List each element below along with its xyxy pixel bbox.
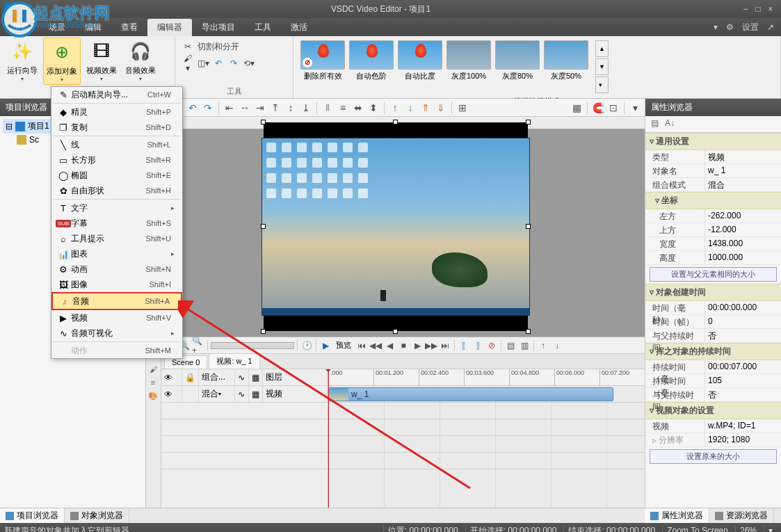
group-icon[interactable]: ⊞ xyxy=(456,101,469,115)
prop-duration-frame[interactable]: 持续时间（毫105 xyxy=(645,374,781,388)
stage[interactable] xyxy=(264,122,528,331)
same-height-icon[interactable]: ⬍ xyxy=(367,101,380,115)
styles-scroll-up-icon[interactable]: ▲ xyxy=(595,40,609,57)
video-effects-button[interactable]: 🎞 视频效果 ▾ xyxy=(83,38,120,83)
align-center-h-icon[interactable]: ↔ xyxy=(238,101,252,115)
tl-step-fwd-icon[interactable]: ▶ xyxy=(411,339,424,352)
video-preview[interactable] xyxy=(261,138,530,316)
align-bottom-icon[interactable]: ⤓ xyxy=(299,101,313,115)
prop-section-coords[interactable]: ▿ 坐标 xyxy=(645,192,781,209)
tab-properties[interactable]: 属性浏览器 xyxy=(645,508,709,523)
add-object-button[interactable]: ⊕ 添加对象 ▾ xyxy=(43,38,81,85)
prop-object-name[interactable]: 对象名w_ 1 xyxy=(645,164,781,178)
move-up-icon[interactable]: ⇑ xyxy=(419,101,433,115)
tl-track-1-header[interactable]: 👁 混合 ▾ ∿ ▦ 视频 xyxy=(161,386,328,403)
handle-bl[interactable] xyxy=(261,329,266,334)
align-top-icon[interactable]: ⤒ xyxy=(268,101,282,115)
dd-item-12[interactable]: 🖼图像Shift+I xyxy=(51,277,182,292)
dd-item-4[interactable]: ▭长方形Shift+R xyxy=(51,152,182,168)
tl-stop-icon[interactable]: ■ xyxy=(397,339,410,352)
prop-width[interactable]: 宽度1438.000 xyxy=(645,237,781,251)
tl-track-empty-2[interactable] xyxy=(161,419,328,436)
handle-br[interactable] xyxy=(526,329,531,334)
cut-split-button[interactable]: ✂切割和分开 xyxy=(182,39,286,54)
prop-section-duration[interactable]: ▿ 挥之对象的持续时间 xyxy=(645,343,781,360)
eye-toggle-icon[interactable]: 👁 xyxy=(164,389,172,399)
magnet-icon[interactable]: 🧲 xyxy=(591,101,605,115)
dd-item-0[interactable]: ✎启动精灵向导...Ctrl+W xyxy=(51,87,182,102)
align-right-icon[interactable]: ⇥ xyxy=(253,101,267,115)
tl-zoom-slider[interactable] xyxy=(211,342,294,349)
prop-height[interactable]: 高度1000.000 xyxy=(645,251,781,265)
tl-clock-icon[interactable]: 🕐 xyxy=(300,339,313,352)
brush-icon[interactable]: 🖌▾ xyxy=(182,54,193,73)
canvas[interactable] xyxy=(146,117,645,337)
tab-project[interactable]: 项目 xyxy=(3,19,39,36)
tl-track-empty-4[interactable] xyxy=(161,453,328,469)
prop-section-general[interactable]: ▿ 通用设置 xyxy=(645,133,781,150)
video-track-icon[interactable]: ▦ xyxy=(252,389,259,399)
undo-icon[interactable]: ↶ xyxy=(186,101,200,115)
prop-blend-mode[interactable]: 组合模式混合 xyxy=(645,178,781,192)
move-down-icon[interactable]: ⇓ xyxy=(434,101,448,115)
prop-parent-duration[interactable]: 与父持续时间否 xyxy=(645,329,781,343)
dd-item-11[interactable]: ⚙动画Shift+N xyxy=(51,261,182,277)
tl-track-1[interactable]: w_ 1 xyxy=(328,386,645,403)
tl-layer-up-icon[interactable]: ▤ xyxy=(504,339,517,352)
tl-track-empty-3[interactable] xyxy=(161,436,328,453)
tl-zoom-in-icon[interactable]: 🔍+ xyxy=(192,339,204,352)
dd-item-5[interactable]: ◯椭圆Shift+E xyxy=(51,168,182,183)
dd-item-15[interactable]: ∿音频可视化▸ xyxy=(51,325,182,341)
tl-last-icon[interactable]: ⏭ xyxy=(439,339,451,352)
timeline-tracks[interactable]: .000 00:01.200 00:02.400 00:03.600 00:04… xyxy=(328,369,645,508)
redo-icon[interactable]: ↷ xyxy=(201,101,215,115)
lock-icon[interactable]: 🔒 xyxy=(185,373,195,382)
rotate-angle-icon[interactable]: ⟲▾ xyxy=(243,58,255,68)
dd-item-9[interactable]: ⌕工具提示Shift+U xyxy=(51,231,182,246)
tab-scene[interactable]: 场景 xyxy=(39,19,75,36)
style-auto-levels[interactable]: 自动色阶 xyxy=(349,40,394,81)
styles-scroll-down-icon[interactable]: ▼ xyxy=(595,58,609,75)
tl-layer-down-icon[interactable]: ▥ xyxy=(518,339,531,352)
dd-item-13[interactable]: ♪音频Shift+A xyxy=(53,293,181,309)
settings-gear-icon[interactable]: ⚙ xyxy=(722,22,738,32)
dd-item-1[interactable]: ◆精灵Shift+P xyxy=(51,104,182,120)
dd-item-14[interactable]: ▶视频Shift+V xyxy=(51,310,182,325)
crop-icon[interactable]: ◫▾ xyxy=(198,58,209,68)
status-zoom-dropdown-icon[interactable]: ▾ xyxy=(764,526,777,532)
help-dropdown-icon[interactable]: ▾ xyxy=(709,22,722,32)
grid-icon[interactable]: ▦ xyxy=(570,101,583,115)
tl-tool-palette-icon[interactable]: 🎨 xyxy=(147,392,159,403)
dd-item-10[interactable]: 📊图表▸ xyxy=(51,246,182,261)
styles-expand-icon[interactable]: ▾ xyxy=(595,76,609,93)
tab-editor[interactable]: 编辑器 xyxy=(147,19,192,36)
style-gray-50[interactable]: 灰度50% xyxy=(544,40,588,81)
handle-tm[interactable] xyxy=(393,120,398,124)
prop-left[interactable]: 左方-262.000 xyxy=(645,209,781,223)
settings-label[interactable]: 设置 xyxy=(738,22,763,33)
dd-item-7[interactable]: T文字▸ xyxy=(51,200,182,216)
style-gray-100[interactable]: 灰度100% xyxy=(446,40,491,81)
tl-prev-icon[interactable]: ◀◀ xyxy=(369,339,382,352)
tl-play-icon[interactable]: ▶ xyxy=(319,339,332,352)
distribute-h-icon[interactable]: ⫴ xyxy=(321,101,335,115)
tab-edit[interactable]: 编辑 xyxy=(75,19,111,36)
tl-next-icon[interactable]: ▶▶ xyxy=(425,339,437,352)
prop-time-frame[interactable]: 时间（帧）0 xyxy=(645,315,781,329)
settings-popup-icon[interactable]: ↗ xyxy=(763,22,778,32)
prop-video-file[interactable]: 视频w.MP4; ID=1 xyxy=(645,419,781,433)
prop-section-video[interactable]: ▿ 视频对象的设置 xyxy=(645,402,781,419)
rotate-left-icon[interactable]: ↶ xyxy=(213,58,224,68)
drop-tool-icon[interactable]: ▾ xyxy=(628,101,642,115)
prop-parent-duration-2[interactable]: 与父持续时间否 xyxy=(645,388,781,402)
prop-original-size-button[interactable]: 设置原来的大小 xyxy=(650,449,777,464)
style-auto-contrast[interactable]: 自动比度 xyxy=(398,40,442,81)
minimize-button[interactable]: − xyxy=(739,4,752,14)
prop-resolution[interactable]: ▹ 分辨率1920; 1080 xyxy=(645,433,781,447)
tl-step-back-icon[interactable]: ◀ xyxy=(383,339,396,352)
prop-parent-size-button[interactable]: 设置与父元素相同的大小 xyxy=(650,267,777,282)
tl-tool-brush-icon[interactable]: 🖌 xyxy=(147,365,159,376)
tl-arrow-down-icon[interactable]: ↓ xyxy=(551,339,563,352)
rotate-right-icon[interactable]: ↷ xyxy=(228,58,239,68)
prop-sort-icon[interactable]: A↓ xyxy=(663,118,676,131)
